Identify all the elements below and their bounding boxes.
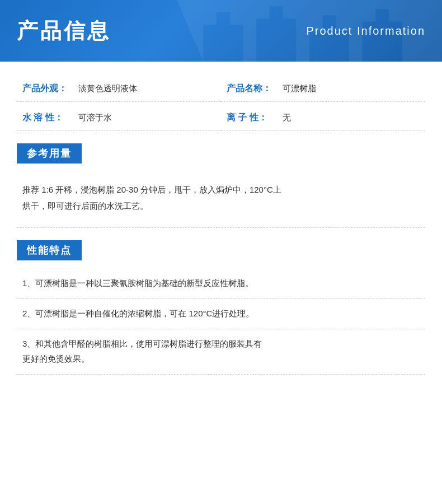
header-title-en: Product Information — [306, 25, 425, 38]
dosage-text: 推荐 1:6 开稀，浸泡树脂 20-30 分钟后，甩干，放入焗炉中，120°C上… — [22, 176, 420, 220]
spec-appearance: 产品外观： 淡黄色透明液体 — [17, 73, 221, 102]
header-title-cn: 产品信息 — [17, 17, 306, 45]
dosage-content: 推荐 1:6 开稀，浸泡树脂 20-30 分钟后，甩干，放入焗炉中，120°C上… — [17, 172, 425, 228]
dosage-title: 参考用量 — [17, 143, 82, 164]
header-banner: 产品信息 Product Information — [0, 0, 442, 62]
spec-solubility: 水 溶 性： 可溶于水 — [17, 102, 221, 131]
spec-value-appearance: 淡黄色透明液体 — [78, 83, 137, 94]
feature-item-3: 3、和其他含甲醛的树脂相比，使用可漂树脂进行整理的服装具有 更好的免烫效果。 — [17, 329, 425, 375]
dosage-section-header: 参考用量 — [17, 143, 425, 164]
spec-name: 产品名称： 可漂树脂 — [221, 73, 425, 102]
spec-value-solubility: 可溶于水 — [78, 113, 112, 123]
spec-value-name: 可漂树脂 — [283, 83, 316, 94]
spec-label-solubility: 水 溶 性： — [22, 112, 67, 124]
main-content: 产品外观： 淡黄色透明液体 产品名称： 可漂树脂 水 溶 性： 可溶于水 离 子… — [0, 62, 442, 386]
features-list: 1、可漂树脂是一种以三聚氰胺树脂为基础的新型反应性树脂。 2、可漂树脂是一种自催… — [17, 269, 425, 375]
spec-value-ionicity: 无 — [283, 113, 291, 123]
feature-text-3b: 更好的免烫效果。 — [22, 354, 90, 363]
spec-label-appearance: 产品外观： — [22, 83, 67, 95]
feature-text-2: 2、可漂树脂是一种自催化的浓缩树脂，可在 120°C进行处理。 — [22, 309, 254, 318]
dosage-line2: 烘干，即可进行后面的水洗工艺。 — [22, 201, 148, 211]
spec-label-ionicity: 离 子 性： — [227, 112, 271, 124]
features-section-header: 性能特点 — [17, 240, 425, 260]
features-title: 性能特点 — [17, 240, 82, 260]
feature-item-1: 1、可漂树脂是一种以三聚氰胺树脂为基础的新型反应性树脂。 — [17, 269, 425, 299]
feature-item-2: 2、可漂树脂是一种自催化的浓缩树脂，可在 120°C进行处理。 — [17, 299, 425, 329]
feature-text-1: 1、可漂树脂是一种以三聚氰胺树脂为基础的新型反应性树脂。 — [22, 278, 253, 288]
dosage-line1: 推荐 1:6 开稀，浸泡树脂 20-30 分钟后，甩干，放入焗炉中，120°C上 — [22, 185, 281, 194]
spec-label-name: 产品名称： — [227, 83, 271, 95]
spec-ionicity: 离 子 性： 无 — [221, 102, 425, 131]
specs-grid: 产品外观： 淡黄色透明液体 产品名称： 可漂树脂 水 溶 性： 可溶于水 离 子… — [17, 73, 425, 131]
feature-text-3: 3、和其他含甲醛的树脂相比，使用可漂树脂进行整理的服装具有 — [22, 339, 262, 348]
